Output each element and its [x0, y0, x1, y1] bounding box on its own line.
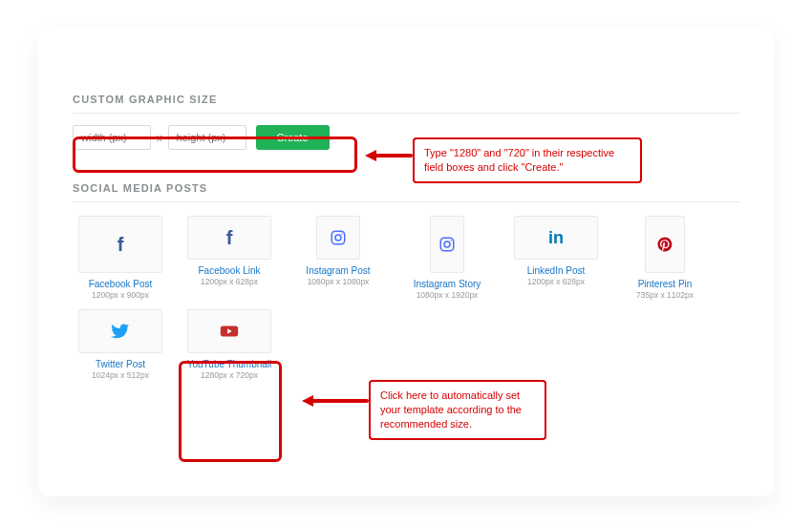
facebook-icon: f [78, 216, 162, 273]
width-input[interactable] [73, 125, 151, 150]
template-dimensions: 1200px x 628px [201, 277, 258, 286]
svg-rect-0 [331, 231, 345, 244]
template-facebook-post[interactable]: fFacebook Post1200px x 900px [73, 216, 168, 300]
template-label: Pinterest Pin [638, 279, 693, 289]
template-label: Facebook Link [198, 265, 260, 276]
facebook-icon: f [187, 216, 271, 260]
template-label: YouTube Thumbnail [187, 359, 272, 369]
template-label: Instagram Post [306, 265, 370, 276]
create-button[interactable]: Create [256, 125, 330, 150]
annotation-arrowhead [302, 395, 313, 407]
linkedin-icon: in [514, 216, 598, 260]
template-pinterest-pin[interactable]: Pinterest Pin735px x 1102px [617, 216, 713, 300]
template-instagram-story[interactable]: Instagram Story1080px x 1920px [399, 216, 495, 300]
custom-size-heading: CUSTOM GRAPHIC SIZE [73, 94, 739, 105]
template-label: Facebook Post [89, 279, 153, 289]
svg-point-5 [450, 240, 452, 242]
template-youtube-thumb[interactable]: YouTube Thumbnail1280px x 720px [182, 309, 277, 380]
svg-point-4 [444, 242, 450, 247]
social-heading: SOCIAL MEDIA POSTS [73, 182, 739, 194]
youtube-icon [187, 309, 271, 353]
divider [73, 113, 739, 114]
template-dimensions: 1080px x 1080px [308, 277, 370, 286]
template-dimensions: 1080px x 1920px [417, 290, 479, 300]
template-dimensions: 1280px x 720px [201, 370, 258, 380]
template-grid: fFacebook Post1200px x 900pxfFacebook Li… [73, 216, 739, 380]
annotation-callout-youtube: Click here to automatically set your tem… [369, 380, 546, 440]
instagram-icon [316, 216, 360, 260]
divider [73, 201, 739, 202]
annotation-callout-size: Type "1280" and "720" in their respectiv… [413, 137, 642, 183]
template-twitter-post[interactable]: Twitter Post1024px x 512px [73, 309, 168, 380]
template-label: LinkedIn Post [527, 265, 586, 276]
template-label: Instagram Story [414, 279, 481, 289]
template-facebook-link[interactable]: fFacebook Link1200px x 628px [182, 216, 277, 300]
template-instagram-post[interactable]: Instagram Post1080px x 1080px [290, 216, 386, 300]
template-label: Twitter Post [96, 359, 145, 369]
svg-point-2 [341, 233, 343, 235]
instagram-icon [430, 216, 464, 273]
template-dimensions: 1200px x 900px [92, 290, 149, 300]
annotation-arrowhead [365, 150, 376, 161]
svg-point-1 [335, 235, 341, 241]
twitter-icon [78, 309, 162, 353]
height-input[interactable] [168, 125, 246, 150]
svg-rect-3 [440, 238, 454, 251]
template-dimensions: 1200px x 628px [527, 277, 585, 286]
template-dimensions: 1024px x 512px [92, 370, 149, 380]
annotation-arrow [374, 154, 413, 158]
pinterest-icon [645, 216, 685, 273]
template-dimensions: 735px x 1102px [636, 290, 694, 300]
template-linkedin-post[interactable]: inLinkedIn Post1200px x 628px [508, 216, 604, 300]
annotation-arrow [311, 399, 369, 403]
x-separator: x [157, 132, 162, 143]
custom-size-row: x Create [73, 125, 350, 150]
